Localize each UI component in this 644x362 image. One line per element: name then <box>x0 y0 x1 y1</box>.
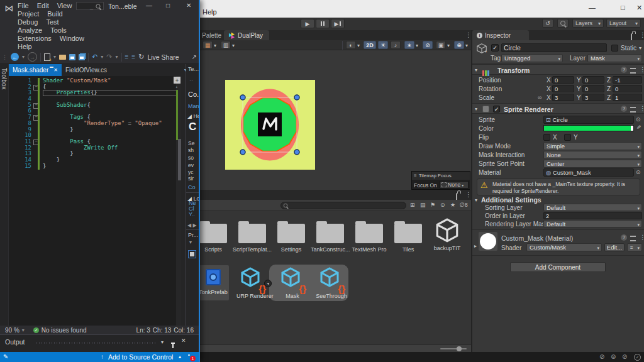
material-preview[interactable] <box>479 232 497 251</box>
unity-menu-help[interactable]: Help <box>203 8 217 16</box>
sliver-link[interactable]: Man <box>188 103 199 109</box>
menu-extensions[interactable]: Extensions <box>18 35 52 42</box>
sliver-link[interactable]: Co <box>188 184 196 190</box>
code-line[interactable]: 5 − SubShader{ <box>9 102 181 109</box>
component-enabled-checkbox[interactable]: ✓ <box>493 106 500 112</box>
chevron-down-icon[interactable]: ▾ <box>115 54 118 60</box>
tab-fieldofview[interactable]: FieldOfView.cs <box>62 64 111 76</box>
vs-close-button[interactable]: ✕ <box>186 2 191 9</box>
tilemap-focus-header[interactable]: ≡ Tilemap Focus <box>412 172 470 180</box>
scene-effects-button[interactable]: ∗ <box>404 41 414 49</box>
chevron-down-icon[interactable]: ▾ <box>357 43 360 48</box>
close-icon[interactable]: ✕ <box>53 67 58 73</box>
add-to-source-control-button[interactable]: Add to Source Control <box>108 353 173 361</box>
tab-inspector[interactable]: i Inspector <box>472 30 529 40</box>
scrollbar-thumb[interactable] <box>178 139 181 180</box>
layout-dropdown[interactable]: Layout▾ <box>606 19 641 28</box>
live-share-icon[interactable]: ↻ <box>138 53 144 61</box>
window-position-icon[interactable]: ▾ <box>161 339 164 345</box>
layer-dropdown[interactable]: Mask▾ <box>587 54 642 62</box>
chevron-down-icon[interactable]: ▾ <box>465 43 468 48</box>
scroll-up-icon[interactable]: ▴ <box>175 84 178 89</box>
transform-header[interactable]: ▾ Transform ? ⋮ <box>472 64 644 75</box>
chevron-down-icon[interactable]: ▾ <box>214 43 216 48</box>
cache-server-status-icon[interactable]: ⊜ <box>611 353 616 360</box>
toolbox-vertical-tab[interactable]: Toolbox <box>1 68 8 89</box>
grid-tool-button[interactable]: ▦ <box>203 41 213 49</box>
sliver-paging-arrows[interactable]: ◀ ▶ <box>187 222 197 228</box>
parameter-info-icon[interactable]: ≡ <box>131 53 135 60</box>
draw-mode-dropdown[interactable]: Simple▾ <box>543 142 642 150</box>
zoom-level-dropdown[interactable]: 90 % <box>5 327 19 334</box>
undo-history-button[interactable]: ↺ <box>542 19 553 28</box>
progress-ok-icon[interactable]: ✓ <box>634 354 641 361</box>
toggle-2d-button[interactable]: 2D <box>364 41 376 49</box>
mask-interaction-dropdown[interactable]: None▾ <box>543 151 642 159</box>
menu-analyze[interactable]: Analyze <box>18 26 42 34</box>
menu-window[interactable]: Window <box>60 35 84 42</box>
navigate-forward-button[interactable]: → <box>28 52 37 62</box>
redo-icon[interactable]: ↷ <box>106 53 112 61</box>
play-button[interactable]: ▶ <box>301 19 314 28</box>
kebab-icon[interactable]: ⋮ <box>640 66 644 73</box>
code-line[interactable]: 6 − <box>9 108 181 114</box>
issues-status[interactable]: No issues found <box>42 327 87 334</box>
menu-build[interactable]: Build <box>47 10 62 18</box>
code-line[interactable]: 15 − } <box>9 163 181 170</box>
help-icon[interactable]: ? <box>621 106 627 112</box>
menu-test[interactable]: Test <box>46 18 58 26</box>
chevron-down-icon[interactable]: ▾ <box>53 54 56 60</box>
sprite-renderer-header[interactable]: ▾ ✓ Sprite Renderer ? ⋮ <box>472 103 644 114</box>
code-line[interactable]: 9 − } <box>9 127 181 133</box>
step-button[interactable]: ▶ <box>331 19 345 28</box>
active-checkbox[interactable]: ✓ <box>491 44 499 52</box>
kebab-icon[interactable]: ⋮ <box>640 105 644 112</box>
draw-mode-button[interactable]: ◐ <box>346 41 356 49</box>
additional-settings-title[interactable]: Additional Settings <box>481 196 541 204</box>
open-folder-icon[interactable] <box>59 55 66 60</box>
sliver-tab-label[interactable]: Te... <box>188 66 199 72</box>
scale-z-field[interactable]: 1 <box>613 94 642 101</box>
measure-tool-button[interactable]: ▥ <box>221 41 231 49</box>
vs-minimize-button[interactable]: — <box>146 2 152 9</box>
foldout-icon[interactable]: ▾ <box>475 197 477 203</box>
unity-close-button[interactable]: ✕ <box>636 4 642 12</box>
share-pointer-icon[interactable]: ↗ <box>192 53 197 60</box>
scale-y-field[interactable]: 3 <box>582 94 604 101</box>
label-icon[interactable]: ⚑ <box>430 202 435 208</box>
panel-drag-texture[interactable] <box>36 342 156 344</box>
scene-camera-button[interactable]: ▣ <box>436 41 446 49</box>
pause-button[interactable] <box>316 19 330 28</box>
focus-on-dropdown[interactable]: None ▾ <box>440 181 469 189</box>
shader-dropdown[interactable]: Custom/Mask▾ <box>526 243 602 251</box>
favorites-icon[interactable]: ★ <box>450 202 455 208</box>
add-component-button[interactable]: Add Component <box>510 262 606 272</box>
unity-maximize-button[interactable]: □ <box>621 4 625 11</box>
project-search-input[interactable] <box>280 202 406 209</box>
chevron-up-icon[interactable]: ▴ <box>179 354 181 359</box>
scene-visibility-button[interactable]: ⊘ <box>423 41 433 49</box>
static-checkbox[interactable] <box>611 45 618 52</box>
search-by-label-icon[interactable]: ▤ <box>420 202 426 208</box>
project-folder[interactable]: TextMesh Pro <box>350 220 389 253</box>
menu-debug[interactable]: Debug <box>18 18 38 26</box>
save-icon[interactable] <box>69 54 75 60</box>
chevron-down-icon[interactable]: ▾ <box>447 43 450 48</box>
code-line[interactable]: 14 − } <box>9 157 181 163</box>
search-by-type-icon[interactable]: ⊞ <box>410 202 415 208</box>
presets-icon[interactable] <box>630 236 636 241</box>
chevron-down-icon[interactable]: ▾ <box>101 54 103 60</box>
gameobject-name-field[interactable]: Circle <box>501 43 607 52</box>
project-folder[interactable]: TankConstruc... <box>311 220 350 253</box>
code-line[interactable]: 1 − Shader "Custom/Mask" <box>9 78 181 84</box>
gizmos-button[interactable]: ⊕ <box>454 41 464 49</box>
quick-search-box[interactable]: _ <box>76 2 104 10</box>
chevron-down-icon[interactable]: ▾ <box>232 43 235 48</box>
rendering-layer-mask-dropdown[interactable]: Default▾ <box>543 220 642 228</box>
project-folder[interactable]: ScriptTemplat... <box>233 220 272 253</box>
editor-scrollbar[interactable] <box>176 76 181 326</box>
code-line[interactable]: 3 − Properties{} <box>9 90 181 96</box>
kebab-icon[interactable]: ⋮ <box>640 234 644 241</box>
navigate-back-button[interactable]: ← <box>11 53 19 61</box>
chevron-down-icon[interactable]: ▾ <box>485 49 487 53</box>
